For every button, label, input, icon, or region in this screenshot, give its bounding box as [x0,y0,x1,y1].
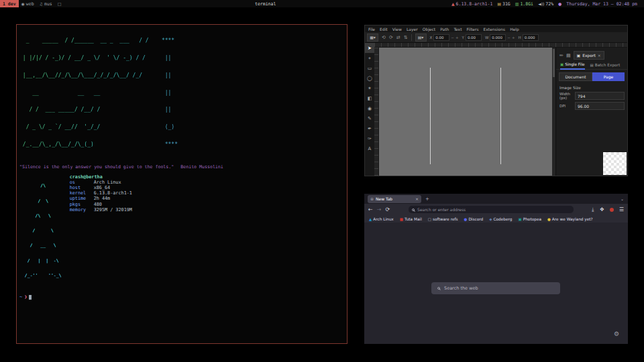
workspace-web[interactable]: ◉ web [19,0,37,7]
document-button[interactable]: Document [559,72,592,81]
memory-module: ▥ 1.8Gi [515,1,533,7]
h-input[interactable]: 0.000 [523,34,539,41]
fetch-row-uptime: uptime2h 44m [70,196,132,201]
pencil-dock-icon[interactable]: ✏ [559,53,564,58]
back-button[interactable]: ← [368,206,373,213]
export-dock-tab[interactable]: ▣ Export × [574,51,604,60]
spiral-tool[interactable]: ◉ [365,103,374,113]
shell-prompt[interactable]: ~ ❯ [19,294,344,300]
menu-view[interactable]: View [392,27,402,32]
y-input[interactable]: 0.00 [466,34,482,41]
workspace-4[interactable]: □ [55,0,64,7]
stepper-minus[interactable]: − [451,36,454,40]
bookmark-photopea[interactable]: ▣ Photopea [519,217,542,221]
3d-box-tool[interactable]: ◧ [365,93,374,103]
inkscape-canvas[interactable] [379,48,552,176]
workspace-label: mus [44,1,52,7]
tab-close-icon[interactable]: × [415,196,419,201]
calligraphy-tool[interactable]: ✑ [365,133,374,143]
batch-export-tab[interactable]: ▤ Batch Export [590,60,621,70]
stepper-minus[interactable]: − [507,36,511,40]
workspace-label: 1 dev [3,1,16,7]
globe-icon: ◉ [21,1,25,6]
extension-icon[interactable]: ❖ [600,206,604,213]
export-subtabs: ▣ Single File ▤ Batch Export [556,60,627,70]
address-bar[interactable]: Search or enter address [409,206,574,213]
menu-extensions[interactable]: Extensions [484,27,506,32]
workspace-dev[interactable]: 1 dev [0,0,19,7]
bookmark-tuta-mail[interactable]: ■ Tuta Mail [400,217,422,221]
ellipse-tool[interactable]: ◯ [365,73,374,83]
scrollbar-thumb[interactable] [553,49,555,77]
w-input[interactable]: 0.000 [490,34,506,41]
rotate-ccw-icon[interactable]: ⟲ [382,35,386,40]
h-field: H 0.000 [519,34,539,41]
bookmark-codeberg[interactable]: ◆ Codeberg [489,217,512,221]
menu-hamburger-icon[interactable]: ☰ [619,206,624,213]
bookmark-folder-software-refs[interactable]: ▢ software refs [428,217,458,221]
page-button[interactable]: Page [592,72,625,81]
menu-help[interactable]: Help [510,27,519,32]
downloads-icon[interactable]: ⤓ [592,206,594,213]
bookmark-are-we-wayland-yet[interactable]: ● Are we Wayland yet? [547,217,593,221]
flip-horizontal-icon[interactable]: ⇄ [396,35,400,40]
select-all-dropdown[interactable]: ▦▾ [367,34,378,42]
separator [411,34,412,41]
menu-layer[interactable]: Layer [407,27,418,32]
close-icon[interactable]: × [598,53,601,58]
adblock-extension-icon[interactable] [610,208,614,212]
arch-logo-icon: ▲ [451,1,455,6]
x-input[interactable]: 0.00 [433,34,449,41]
browser-window[interactable]: ⊕ New Tab × + ⌄ ← → ⟳ Search or enter ad… [364,194,628,344]
tab-list-chevron-icon[interactable]: ⌄ [621,196,624,201]
workspace-label: web [26,1,34,7]
newtab-settings-gear-icon[interactable]: ⚙ [614,330,619,337]
images-icon: ▤ [590,63,594,67]
bookmarks-bar: ▲ Arch Linux ■ Tuta Mail ▢ software refs… [364,215,628,223]
fetch-row-pkgs: pkgs480 [70,202,132,207]
width-input[interactable]: 794 [575,92,625,100]
web-search-box[interactable]: Search the web [431,282,560,294]
inkscape-window[interactable]: File Edit View Layer Object Path Text Fi… [364,25,628,176]
bookmark-discord[interactable]: ● Discord [464,217,484,221]
pencil-tool[interactable]: ✎ [365,113,374,123]
rectangle-tool[interactable]: ▭ [365,63,374,73]
reload-button[interactable]: ⟳ [385,206,390,213]
layers-dock-icon[interactable]: ▤ [566,53,571,58]
star-tool[interactable]: ✶ [365,83,374,93]
active-tab[interactable]: ⊕ New Tab × [368,195,421,203]
menu-text[interactable]: Text [453,27,462,32]
fetch-info: crash@bertha osArch Linux hostx86_64 ker… [70,174,132,288]
volume-module[interactable]: ◄)) 72% [538,1,553,7]
export-preview-thumbnail [603,152,627,175]
align-dropdown[interactable]: ▤▾ [415,34,427,42]
pen-tool[interactable]: ✒ [365,123,374,133]
stepper-plus[interactable]: + [512,36,515,40]
y-field: Y 0.00 [462,34,482,41]
bookmark-arch-linux[interactable]: ▲ Arch Linux [369,217,394,221]
selector-tool[interactable]: ➤ [365,43,374,53]
fetch-row-host: hostx86_64 [70,185,132,190]
node-editor-tool[interactable]: ⌖ [365,53,374,63]
menu-filters[interactable]: Filters [467,27,479,32]
rotate-cw-icon[interactable]: ⟳ [389,35,393,40]
flip-vertical-icon[interactable]: ⇅ [404,35,408,40]
menu-file[interactable]: File [368,27,375,32]
dpi-input[interactable]: 96.00 [575,102,625,110]
text-cursor [29,295,32,300]
new-tab-page: Search the web ⚙ [364,223,628,344]
stepper-plus[interactable]: + [455,36,459,40]
workspace-mus[interactable]: ♫ mus [37,0,55,7]
text-tool[interactable]: A [365,143,374,154]
wayland-favicon-icon: ● [547,217,551,221]
single-file-tab[interactable]: ▣ Single File [560,60,585,70]
search-icon [437,287,440,290]
status-bar: 1 dev ◉ web ♫ mus □ terminal ▲ 6.13.8-ar… [0,0,644,7]
new-tab-button[interactable]: + [425,196,429,202]
forward-button[interactable]: → [377,206,382,213]
menu-edit[interactable]: Edit [380,27,388,32]
terminal-window[interactable]: _ _____ / /______ __ _ ___ / / **** | |/… [16,24,347,344]
w-field: W 0.000 − + [485,34,515,41]
menu-object[interactable]: Object [423,27,436,32]
menu-path[interactable]: Path [440,27,449,32]
